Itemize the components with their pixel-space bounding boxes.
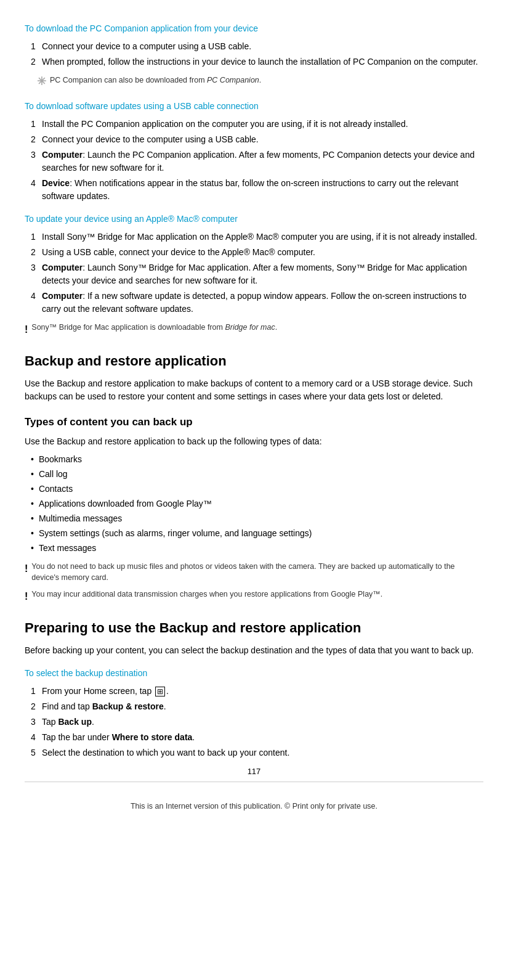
step-number: 4 xyxy=(31,177,42,203)
list-item: 1 From your Home screen, tap ⊞. xyxy=(25,685,483,698)
list-item: 2 Connect your device to the computer us… xyxy=(25,133,483,146)
step-content: Computer: If a new software update is de… xyxy=(42,290,483,316)
page-number: 117 xyxy=(25,766,483,778)
step-number: 5 xyxy=(31,746,42,759)
section-download-software-usb: To download software updates using a USB… xyxy=(25,100,483,203)
list-item: Call log xyxy=(25,468,483,481)
tip-text: PC Companion can also be downloaded from… xyxy=(50,75,261,86)
step-content: Device: When notifications appear in the… xyxy=(42,177,483,203)
steps-list-usb: 1 Install the PC Companion application o… xyxy=(25,118,483,203)
step-content: Computer: Launch the PC Companion applic… xyxy=(42,149,483,174)
list-item: 1 Connect your device to a computer usin… xyxy=(25,40,483,53)
list-item: 4 Device: When notifications appear in t… xyxy=(25,177,483,203)
step-content: Connect your device to a computer using … xyxy=(42,40,483,53)
list-item: 2 When prompted, follow the instructions… xyxy=(25,55,483,68)
step-number: 2 xyxy=(31,246,42,259)
types-bullet-list: Bookmarks Call log Contacts Applications… xyxy=(25,453,483,555)
steps-list-download-pc: 1 Connect your device to a computer usin… xyxy=(25,40,483,68)
select-dest-title: To select the backup destination xyxy=(25,667,483,680)
list-item: 3 Tap Back up. xyxy=(25,716,483,729)
list-item: Text messages xyxy=(25,542,483,555)
section-title-apple-mac: To update your device using an Apple® Ma… xyxy=(25,213,483,226)
step-number: 1 xyxy=(31,685,42,698)
section-title-download-pc: To download the PC Companion application… xyxy=(25,22,483,35)
list-item: System settings (such as alarms, ringer … xyxy=(25,527,483,540)
list-item: 3 Computer: Launch the PC Companion appl… xyxy=(25,149,483,174)
step-content: Select the destination to which you want… xyxy=(42,746,483,759)
tip-icon: ✳ xyxy=(37,73,46,90)
step-content: Connect your device to the computer usin… xyxy=(42,133,483,146)
step-number: 1 xyxy=(31,118,42,131)
warning-box-music-photos: ! You do not need to back up music files… xyxy=(25,561,483,584)
warning-text: Sony™ Bridge for Mac application is down… xyxy=(31,322,277,333)
step-content: Tap Back up. xyxy=(42,716,483,729)
warning-box-data-charges: ! You may incur additional data transmis… xyxy=(25,589,483,604)
list-item: 3 Computer: Launch Sony™ Bridge for Mac … xyxy=(25,261,483,287)
list-item: 1 Install the PC Companion application o… xyxy=(25,118,483,131)
backup-restore-h2: Backup and restore application xyxy=(25,351,483,371)
types-h3: Types of content you can back up xyxy=(25,414,483,430)
types-intro: Use the Backup and restore application t… xyxy=(25,435,483,448)
step-number: 3 xyxy=(31,261,42,287)
prepare-intro: Before backing up your content, you can … xyxy=(25,644,483,657)
warning-icon: ! xyxy=(25,322,28,337)
list-item: 4 Computer: If a new software update is … xyxy=(25,290,483,316)
warning-text: You do not need to back up music files a… xyxy=(31,561,483,584)
list-item: Bookmarks xyxy=(25,453,483,466)
list-item: 1 Install Sony™ Bridge for Mac applicati… xyxy=(25,231,483,243)
step-content: Find and tap Backup & restore. xyxy=(42,700,483,713)
step-number: 1 xyxy=(31,40,42,53)
step-number: 2 xyxy=(31,133,42,146)
list-item: Contacts xyxy=(25,483,483,496)
list-item: Multimedia messages xyxy=(25,512,483,525)
step-number: 2 xyxy=(31,700,42,713)
section-download-pc-companion: To download the PC Companion application… xyxy=(25,22,483,90)
step-number: 3 xyxy=(31,149,42,174)
warning-icon: ! xyxy=(25,561,28,576)
list-item: Applications downloaded from Google Play… xyxy=(25,497,483,510)
step-content: Tap the bar under Where to store data. xyxy=(42,731,483,744)
step-number: 3 xyxy=(31,716,42,729)
prepare-h2: Preparing to use the Backup and restore … xyxy=(25,618,483,638)
tip-box-pc-companion: ✳ PC Companion can also be downloaded fr… xyxy=(37,75,483,90)
select-dest-steps: 1 From your Home screen, tap ⊞. 2 Find a… xyxy=(25,685,483,759)
section-title-download-usb: To download software updates using a USB… xyxy=(25,100,483,113)
step-content: Computer: Launch Sony™ Bridge for Mac ap… xyxy=(42,261,483,287)
steps-list-mac: 1 Install Sony™ Bridge for Mac applicati… xyxy=(25,231,483,316)
step-content: From your Home screen, tap ⊞. xyxy=(42,685,483,698)
footer-text: This is an Internet version of this publ… xyxy=(25,801,483,812)
step-content: Using a USB cable, connect your device t… xyxy=(42,246,483,259)
step-content: Install the PC Companion application on … xyxy=(42,118,483,131)
list-item: 4 Tap the bar under Where to store data. xyxy=(25,731,483,744)
step-number: 1 xyxy=(31,231,42,243)
step-number: 2 xyxy=(31,55,42,68)
step-content: Install Sony™ Bridge for Mac application… xyxy=(42,231,483,243)
list-item: 2 Using a USB cable, connect your device… xyxy=(25,246,483,259)
backup-restore-section: Backup and restore application Use the B… xyxy=(25,351,483,759)
warning-box-bridge-mac: ! Sony™ Bridge for Mac application is do… xyxy=(25,322,483,337)
list-item: 2 Find and tap Backup & restore. xyxy=(25,700,483,713)
section-update-apple-mac: To update your device using an Apple® Ma… xyxy=(25,213,483,337)
list-item: 5 Select the destination to which you wa… xyxy=(25,746,483,759)
step-number: 4 xyxy=(31,290,42,316)
step-content: When prompted, follow the instructions i… xyxy=(42,55,483,68)
warning-text: You may incur additional data transmissi… xyxy=(31,589,382,600)
step-number: 4 xyxy=(31,731,42,744)
backup-restore-intro: Use the Backup and restore application t… xyxy=(25,377,483,403)
warning-icon: ! xyxy=(25,589,28,604)
footer-divider xyxy=(25,782,483,782)
